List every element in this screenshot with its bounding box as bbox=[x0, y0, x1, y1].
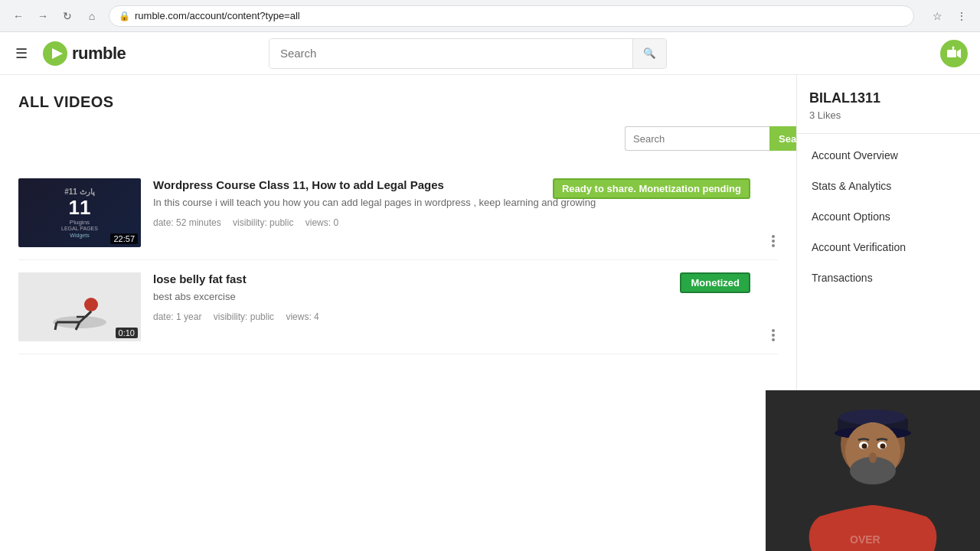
logo-text: rumble bbox=[72, 44, 126, 64]
table-row: 0:10 lose belly fat fast best abs excerc… bbox=[18, 260, 778, 354]
upload-button[interactable] bbox=[940, 40, 968, 67]
sidebar-username: BILAL1311 bbox=[809, 90, 968, 106]
svg-point-8 bbox=[84, 298, 98, 311]
address-bar[interactable]: 🔒 rumble.com/account/content?type=all bbox=[109, 5, 914, 27]
back-button[interactable]: ← bbox=[8, 5, 29, 27]
main-search-button[interactable]: 🔍 bbox=[632, 39, 666, 68]
webcam-person-svg: OVER bbox=[766, 390, 980, 551]
logo[interactable]: rumble bbox=[43, 41, 126, 66]
video-meta-1: date: 52 minutes visibility: public view… bbox=[153, 217, 778, 228]
thumb-wp-label: Plugins bbox=[61, 219, 98, 226]
main-navbar: ☰ rumble 🔍 bbox=[0, 32, 980, 75]
dot-6 bbox=[772, 338, 775, 341]
sidebar-item-label-options: Account Options bbox=[812, 210, 890, 223]
sidebar-item-stats[interactable]: Stats & Analytics bbox=[797, 171, 980, 201]
logo-icon bbox=[43, 41, 67, 66]
search-icon: 🔍 bbox=[643, 47, 656, 59]
browser-chrome: ← → ↻ ⌂ 🔒 rumble.com/account/content?typ… bbox=[0, 0, 980, 32]
video-duration-1: 22:57 bbox=[110, 233, 138, 244]
sidebar-item-label-stats: Stats & Analytics bbox=[812, 180, 891, 192]
video-options-1[interactable] bbox=[769, 232, 778, 250]
monetized-status-badge[interactable]: Monetized bbox=[680, 272, 750, 293]
sidebar-item-verification[interactable]: Account Verification bbox=[797, 232, 980, 262]
sidebar-item-overview[interactable]: Account Overview bbox=[797, 140, 980, 171]
svg-marker-3 bbox=[957, 49, 961, 58]
video-duration-2: 0:10 bbox=[116, 328, 138, 338]
sidebar-item-label-verification: Account Verification bbox=[812, 241, 906, 253]
sidebar-profile: BILAL1311 3 Likes bbox=[797, 75, 980, 134]
content-search-button[interactable]: Search bbox=[769, 126, 796, 151]
video-meta-2: date: 1 year visibility: public views: 4 bbox=[153, 311, 778, 322]
dot-3 bbox=[772, 244, 775, 247]
video-thumbnail-2[interactable]: 0:10 bbox=[18, 272, 141, 341]
nav-buttons: ← → ↻ ⌂ bbox=[8, 5, 103, 27]
dot-1 bbox=[772, 235, 775, 238]
svg-marker-5 bbox=[952, 46, 955, 48]
svg-point-26 bbox=[862, 444, 867, 449]
video-list: #11 پارٹ 11 Plugins LEGAL PAGES Widgets … bbox=[18, 166, 778, 354]
content-area: ALL VIDEOS Search #11 پارٹ 11 Plugins LE… bbox=[0, 75, 796, 551]
sidebar-item-label-overview: Account Overview bbox=[812, 149, 898, 161]
svg-point-27 bbox=[880, 444, 886, 449]
thumb-wp-sublabel: LEGAL PAGES bbox=[61, 226, 98, 231]
thumb-part-label: #11 پارٹ bbox=[61, 187, 98, 196]
main-search-input[interactable] bbox=[270, 39, 632, 68]
video-visibility-2: visibility: public bbox=[214, 311, 274, 322]
title-search-row: ALL VIDEOS Search bbox=[18, 93, 778, 166]
video-camera-icon bbox=[946, 46, 962, 61]
dot-2 bbox=[772, 240, 775, 243]
bookmark-button[interactable]: ☆ bbox=[926, 5, 948, 27]
svg-point-28 bbox=[869, 452, 877, 463]
video-date-1: date: 52 minutes bbox=[153, 217, 221, 228]
sidebar-nav: Account Overview Stats & Analytics Accou… bbox=[797, 134, 980, 299]
video-options-2[interactable] bbox=[769, 326, 778, 344]
sidebar-item-label-transactions: Transactions bbox=[812, 272, 873, 284]
svg-line-12 bbox=[55, 322, 57, 330]
thumb-urdu: Widgets bbox=[61, 233, 98, 238]
lock-icon: 🔒 bbox=[119, 11, 130, 21]
main-search-bar: 🔍 bbox=[269, 38, 667, 69]
table-row: #11 پارٹ 11 Plugins LEGAL PAGES Widgets … bbox=[18, 166, 778, 260]
video-date-2: date: 1 year bbox=[153, 311, 201, 322]
menu-button[interactable]: ⋮ bbox=[951, 5, 972, 27]
pending-status-badge[interactable]: Ready to share. Monetization pending bbox=[553, 178, 750, 199]
hamburger-menu[interactable]: ☰ bbox=[12, 42, 31, 65]
video-thumbnail-1[interactable]: #11 پارٹ 11 Plugins LEGAL PAGES Widgets … bbox=[18, 178, 141, 247]
webcam-overlay: OVER bbox=[766, 390, 980, 551]
sidebar-item-options[interactable]: Account Options bbox=[797, 201, 980, 232]
refresh-button[interactable]: ↻ bbox=[57, 5, 78, 27]
browser-actions: ☆ ⋮ bbox=[926, 5, 972, 27]
url-text: rumble.com/account/content?type=all bbox=[135, 10, 300, 21]
sidebar-likes: 3 Likes bbox=[809, 109, 968, 121]
video-views-2: views: 4 bbox=[286, 311, 318, 322]
video-status-2: Monetized bbox=[680, 272, 750, 293]
dot-4 bbox=[772, 329, 775, 332]
content-search-input[interactable] bbox=[625, 126, 769, 151]
svg-text:OVER: OVER bbox=[850, 533, 880, 546]
navbar-right bbox=[940, 40, 968, 67]
home-button[interactable]: ⌂ bbox=[81, 5, 103, 27]
sidebar-item-transactions[interactable]: Transactions bbox=[797, 262, 980, 293]
svg-rect-2 bbox=[947, 50, 956, 57]
thumb-number: 11 bbox=[61, 197, 98, 217]
video-views-1: views: 0 bbox=[305, 217, 338, 228]
forward-button[interactable]: → bbox=[32, 5, 54, 27]
dot-5 bbox=[772, 334, 775, 337]
video-status-1: Ready to share. Monetization pending bbox=[553, 178, 750, 199]
page-title: ALL VIDEOS bbox=[18, 93, 778, 111]
video-visibility-1: visibility: public bbox=[233, 217, 293, 228]
content-search-bar: Search bbox=[625, 126, 778, 151]
